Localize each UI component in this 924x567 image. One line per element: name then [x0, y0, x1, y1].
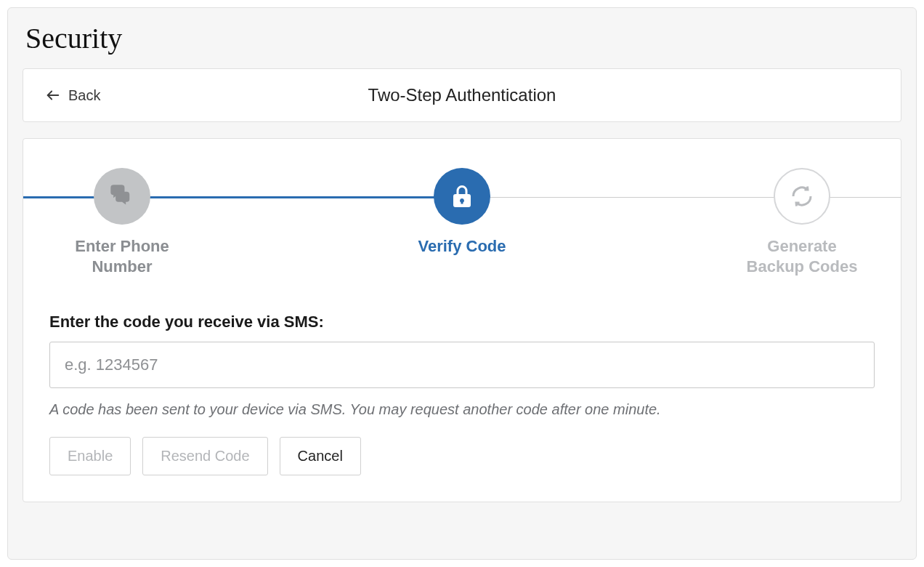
resend-code-button[interactable]: Resend Code — [142, 437, 267, 475]
security-panel: Security Back Two-Step Authentication — [7, 7, 917, 560]
header-card: Back Two-Step Authentication — [23, 68, 901, 122]
chat-icon — [94, 168, 150, 225]
code-input[interactable] — [49, 342, 875, 388]
step-enter-phone: Enter Phone Number — [49, 168, 195, 276]
step-label: Enter Phone Number — [57, 236, 187, 276]
enable-button[interactable]: Enable — [49, 437, 131, 475]
cancel-button[interactable]: Cancel — [280, 437, 361, 475]
back-button[interactable]: Back — [45, 87, 100, 104]
lock-icon — [434, 168, 490, 225]
arrow-left-icon — [45, 87, 61, 103]
header-title: Two-Step Authentication — [45, 85, 879, 105]
step-verify-code: Verify Code — [389, 168, 535, 257]
step-generate-backup: Generate Backup Codes — [729, 168, 875, 276]
stepper: Enter Phone Number Verify Code — [49, 168, 875, 276]
page-title: Security — [25, 21, 901, 55]
main-card: Enter Phone Number Verify Code — [23, 138, 901, 502]
button-row: Enable Resend Code Cancel — [49, 437, 875, 475]
step-label: Verify Code — [418, 236, 506, 257]
refresh-icon — [774, 168, 830, 225]
back-label: Back — [68, 87, 100, 104]
code-input-label: Enter the code you receive via SMS: — [49, 313, 875, 331]
step-label: Generate Backup Codes — [737, 236, 867, 276]
hint-text: A code has been sent to your device via … — [49, 401, 875, 418]
